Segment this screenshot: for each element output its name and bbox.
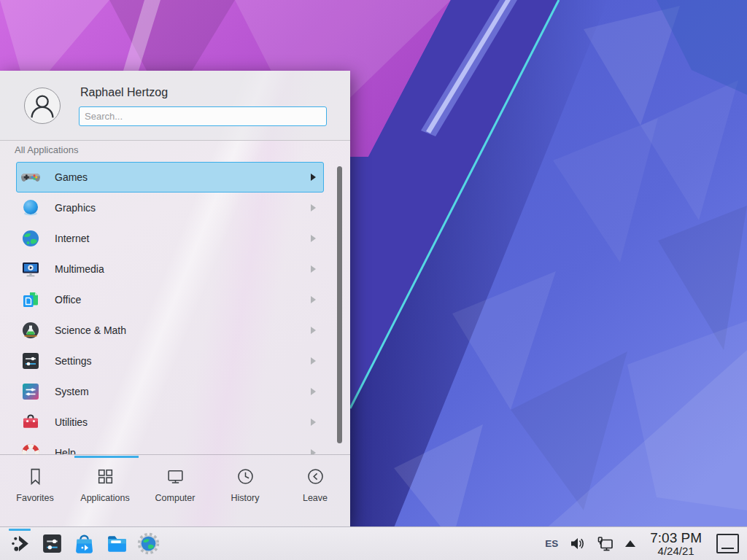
- tab-computer[interactable]: Computer: [140, 455, 210, 526]
- user-name: Raphael Hertzog: [80, 86, 168, 99]
- file-manager-launcher[interactable]: [100, 527, 132, 560]
- category-games[interactable]: Games: [16, 162, 324, 192]
- category-help[interactable]: Help: [16, 438, 324, 454]
- user-icon: [25, 88, 60, 123]
- system-tray: ES 7:03 PM 4/24/21: [545, 531, 743, 556]
- category-list: Games Graphics Internet: [16, 162, 324, 454]
- discover-launcher[interactable]: [68, 527, 100, 560]
- submenu-arrow-icon: [311, 235, 316, 242]
- category-internet[interactable]: Internet: [16, 223, 324, 254]
- digital-clock[interactable]: 7:03 PM 4/24/21: [650, 531, 702, 556]
- submenu-arrow-icon: [311, 449, 316, 454]
- show-desktop-button[interactable]: [716, 534, 739, 553]
- search-input[interactable]: [79, 106, 327, 126]
- tab-label: History: [231, 493, 260, 503]
- category-office[interactable]: Office: [16, 284, 324, 315]
- web-browser-launcher[interactable]: [132, 527, 164, 560]
- category-label: Utilities: [55, 416, 88, 428]
- clock-time: 7:03 PM: [650, 531, 702, 545]
- submenu-arrow-icon: [311, 265, 316, 273]
- category-label: Settings: [55, 355, 92, 367]
- section-label: All Applications: [15, 144, 78, 155]
- discover-bag-icon: [73, 532, 96, 555]
- category-multimedia[interactable]: Multimedia: [16, 254, 324, 284]
- tab-label: Leave: [303, 493, 328, 503]
- computer-icon: [166, 467, 185, 486]
- clock-date: 4/24/21: [650, 545, 702, 557]
- submenu-arrow-icon: [311, 327, 316, 334]
- category-science-math[interactable]: Science & Math: [16, 315, 324, 346]
- system-settings-icon: [41, 532, 63, 555]
- category-label: Internet: [55, 233, 89, 244]
- application-launcher-button[interactable]: [4, 527, 36, 560]
- bookmark-icon: [26, 467, 45, 486]
- tab-leave[interactable]: Leave: [280, 455, 350, 526]
- category-label: Games: [55, 171, 88, 183]
- category-label: Graphics: [55, 202, 96, 214]
- system-settings-launcher[interactable]: [36, 527, 68, 560]
- submenu-arrow-icon: [311, 357, 316, 365]
- submenu-arrow-icon: [311, 204, 316, 211]
- tab-label: Computer: [155, 493, 196, 503]
- category-label: Help: [55, 447, 76, 454]
- category-label: Science & Math: [55, 324, 126, 336]
- category-label: Multimedia: [55, 263, 104, 275]
- tray-expand-caret-icon[interactable]: [625, 540, 635, 547]
- kde-launcher-icon: [9, 532, 31, 555]
- keyboard-layout-indicator[interactable]: ES: [545, 538, 558, 549]
- category-system[interactable]: System: [16, 376, 324, 407]
- show-desktop-glyph: [721, 548, 734, 549]
- submenu-arrow-icon: [311, 388, 316, 395]
- leave-icon: [306, 467, 325, 486]
- monitor-play-icon: [20, 259, 41, 279]
- submenu-arrow-icon: [311, 174, 316, 181]
- launcher-tab-bar: Favorites Applications Computer: [0, 454, 350, 526]
- globe-icon: [20, 228, 41, 249]
- list-scrollbar[interactable]: [337, 166, 342, 443]
- volume-icon[interactable]: [569, 535, 586, 552]
- taskbar-panel: ES 7:03 PM 4/24/21: [0, 526, 747, 560]
- submenu-arrow-icon: [311, 419, 316, 426]
- flask-icon: [20, 320, 41, 341]
- category-settings[interactable]: Settings: [16, 346, 324, 376]
- active-task-indicator: [9, 529, 31, 531]
- active-tab-indicator: [74, 456, 139, 458]
- system-sliders-icon: [20, 381, 41, 402]
- tab-history[interactable]: History: [210, 455, 280, 526]
- launcher-header: Raphael Hertzog: [0, 71, 350, 141]
- sphere-icon: [20, 198, 41, 218]
- submenu-arrow-icon: [311, 296, 316, 303]
- lifebuoy-icon: [20, 443, 41, 454]
- toolbox-icon: [20, 412, 41, 432]
- grid-icon: [96, 467, 115, 486]
- folder-icon: [105, 532, 128, 555]
- tab-label: Applications: [80, 493, 129, 503]
- application-launcher-menu: Raphael Hertzog All Applications Games: [0, 71, 350, 526]
- category-graphics[interactable]: Graphics: [16, 192, 324, 223]
- category-utilities[interactable]: Utilities: [16, 407, 324, 438]
- browser-globe-icon: [137, 532, 160, 555]
- network-icon[interactable]: [597, 535, 614, 553]
- history-clock-icon: [236, 467, 255, 486]
- gamepad-icon: [20, 167, 41, 187]
- tab-applications[interactable]: Applications: [70, 455, 140, 526]
- category-label: Office: [55, 294, 81, 306]
- sliders-icon: [20, 351, 41, 371]
- tab-label: Favorites: [16, 493, 53, 503]
- tab-favorites[interactable]: Favorites: [0, 455, 70, 526]
- documents-icon: [20, 289, 41, 310]
- user-avatar[interactable]: [24, 88, 61, 124]
- category-label: System: [55, 386, 89, 397]
